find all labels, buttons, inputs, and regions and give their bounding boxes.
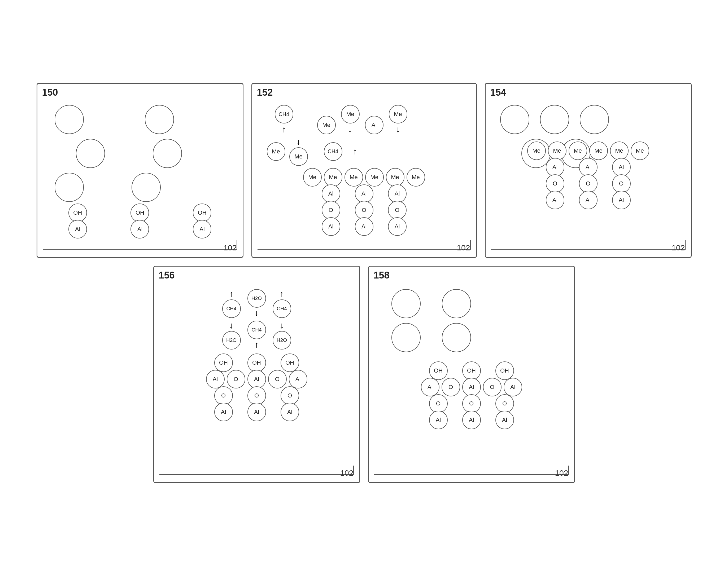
- al-atom: Al: [289, 370, 307, 388]
- al-atom: Al: [322, 185, 340, 203]
- ch4-gas: CH4: [247, 320, 266, 339]
- me-surface: Me: [407, 168, 425, 187]
- me-surface: Me: [548, 142, 566, 160]
- o-atom: O: [322, 201, 340, 220]
- al-base: Al: [247, 403, 266, 421]
- substrate-line: [43, 249, 237, 250]
- al-base: Al: [429, 411, 448, 429]
- panel-154: 154 Me Me Me Me: [485, 83, 692, 258]
- large-circle: [442, 289, 471, 318]
- oh-atom: OH: [130, 204, 149, 222]
- panel-152: 152 CH4 ↑ Me Me ↓: [251, 83, 477, 258]
- large-circle: [442, 323, 471, 352]
- panel-158: 158 OH OH OH: [368, 266, 575, 483]
- oh-atom: OH: [247, 353, 266, 372]
- al-atom: Al: [388, 185, 407, 203]
- al-base: Al: [214, 403, 233, 421]
- large-circle: [391, 289, 421, 318]
- al-gas-atom: Al: [365, 116, 383, 134]
- panel-152-label: 152: [257, 87, 273, 98]
- al-base: Al: [322, 217, 340, 236]
- panel-158-label: 158: [374, 270, 390, 281]
- o-atom: O: [462, 394, 481, 413]
- o-atom: O: [579, 174, 598, 193]
- large-circle: [500, 105, 529, 134]
- ch4-gas: CH4: [222, 299, 241, 318]
- al-atom: Al: [612, 158, 631, 177]
- panel-156-substrate: 102: [340, 468, 353, 477]
- al-atom: Al: [206, 370, 225, 388]
- oh-atom: OH: [193, 204, 211, 222]
- page: 150: [0, 0, 728, 566]
- o-atom: O: [227, 370, 245, 388]
- me-surface: Me: [631, 142, 649, 160]
- me-atom: Me: [389, 105, 407, 124]
- me-surface: Me: [569, 142, 587, 160]
- large-circle: [132, 173, 161, 202]
- large-circle: [76, 139, 105, 168]
- substrate-line: [258, 249, 471, 250]
- top-row: 150: [37, 83, 692, 258]
- panel-154-label: 154: [490, 87, 506, 98]
- me-surface: Me: [527, 142, 546, 160]
- h2o-gas: H2O: [273, 331, 291, 349]
- al-atom: Al: [355, 185, 373, 203]
- panel-158-substrate: 102: [555, 468, 568, 477]
- panel-154-substrate: 102: [672, 243, 685, 252]
- h2o-gas: H2O: [247, 289, 266, 307]
- al-base: Al: [462, 411, 481, 429]
- al-base: Al: [546, 191, 564, 209]
- al-base: Al: [579, 191, 598, 209]
- al-atom: Al: [68, 220, 87, 239]
- me-surface: Me: [365, 168, 384, 187]
- oh-atom: OH: [429, 361, 448, 380]
- h2o-gas: H2O: [222, 331, 241, 349]
- o-atom: O: [214, 386, 233, 405]
- ch4-atom: CH4: [324, 142, 342, 161]
- me-surface: Me: [345, 168, 363, 187]
- al-base: Al: [388, 217, 407, 236]
- al-base: Al: [355, 217, 373, 236]
- panel-156: 156 ↑ CH4 H2O ↓ ↑ CH4: [153, 266, 360, 483]
- al-base: Al: [281, 403, 299, 421]
- me-surface: Me: [386, 168, 404, 187]
- o-atom: O: [483, 378, 502, 396]
- me-atom: Me: [267, 142, 285, 161]
- substrate-line: [374, 474, 569, 475]
- o-atom: O: [546, 174, 564, 193]
- al-atom: Al: [546, 158, 564, 177]
- me-atom: Me: [317, 116, 336, 134]
- oh-atom: OH: [68, 204, 87, 222]
- large-circle: [55, 105, 84, 134]
- me-atom: Me: [341, 105, 360, 124]
- oh-atom: OH: [281, 353, 299, 372]
- substrate-line: [491, 249, 686, 250]
- me-surface: Me: [610, 142, 629, 160]
- panel-150-substrate: 102: [223, 243, 237, 252]
- al-atom: Al: [579, 158, 598, 177]
- o-atom: O: [429, 394, 448, 413]
- al-atom: Al: [247, 370, 266, 388]
- me-atom: Me: [289, 147, 308, 166]
- o-atom: O: [495, 394, 514, 413]
- ch4-atom: CH4: [275, 105, 293, 124]
- o-atom: O: [281, 386, 299, 405]
- oh-atom: OH: [462, 361, 481, 380]
- me-surface: Me: [324, 168, 342, 187]
- al-base: Al: [495, 411, 514, 429]
- o-atom: O: [612, 174, 631, 193]
- o-atom: O: [388, 201, 407, 220]
- al-atom: Al: [504, 378, 522, 396]
- panel-152-substrate: 102: [457, 243, 470, 252]
- al-atom: Al: [462, 378, 481, 396]
- al-atom: Al: [130, 220, 149, 239]
- oh-atom: OH: [495, 361, 514, 380]
- panel-156-label: 156: [159, 270, 175, 281]
- large-circle: [145, 105, 174, 134]
- o-atom: O: [268, 370, 287, 388]
- large-circle: [55, 173, 84, 202]
- o-atom: O: [247, 386, 266, 405]
- o-atom: O: [355, 201, 373, 220]
- panel-150-label: 150: [42, 87, 58, 98]
- substrate-line: [159, 474, 354, 475]
